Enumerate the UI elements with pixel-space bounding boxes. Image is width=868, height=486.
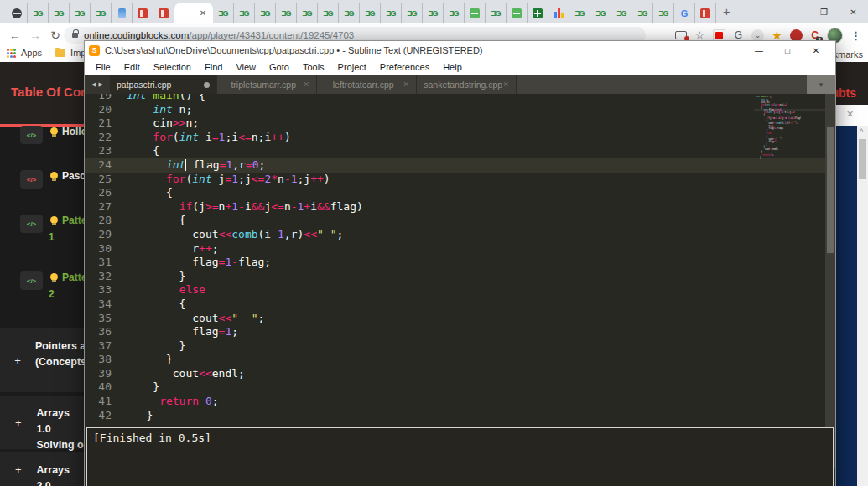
expand-plus-icon[interactable]: +: [0, 463, 36, 476]
code-line-35[interactable]: 35 cout<<" ";: [85, 312, 825, 326]
code-line-33[interactable]: 33 else: [85, 283, 825, 297]
menu-help[interactable]: Help: [436, 62, 469, 72]
reload-button[interactable]: ↻: [47, 27, 64, 44]
toc-lesson-item[interactable]: </>Hollo: [0, 126, 86, 144]
table-of-contents-title[interactable]: Table Of Con: [11, 85, 88, 99]
browser-tab[interactable]: [133, 3, 153, 23]
page-scrollbar[interactable]: ^: [857, 126, 868, 486]
browser-tab[interactable]: [7, 3, 28, 23]
browser-tab-active[interactable]: ✕: [174, 3, 213, 23]
code-line-26[interactable]: 26 {: [85, 186, 825, 200]
browser-tab[interactable]: [153, 3, 174, 23]
code-line-42[interactable]: 42 }: [85, 409, 825, 423]
menu-goto[interactable]: Goto: [262, 62, 296, 72]
browser-tab[interactable]: ƎG: [360, 3, 381, 23]
sublime-minimize-button[interactable]: —: [745, 41, 773, 59]
browser-tab[interactable]: ƎG: [318, 3, 339, 23]
sublime-close-button[interactable]: ✕: [802, 41, 830, 59]
sublime-titlebar[interactable]: S C:\Users\ashut\OneDrive\Documents\cpp\…: [85, 41, 835, 59]
browser-maximize-button[interactable]: ❐: [809, 0, 839, 23]
browser-tab[interactable]: ƎG: [402, 3, 423, 23]
expand-plus-icon[interactable]: +: [0, 354, 35, 367]
browser-tab[interactable]: [507, 3, 528, 23]
browser-tab[interactable]: [112, 3, 133, 23]
browser-minimize-button[interactable]: —: [780, 0, 809, 23]
minimap[interactable]: int main() { int n; cin>>n; for(int i=1;…: [754, 96, 825, 196]
browser-close-button[interactable]: ✕: [839, 0, 868, 23]
code-line-31[interactable]: 31 flag=1-flag;: [85, 256, 825, 270]
browser-tab[interactable]: ƎG: [91, 3, 112, 23]
menu-tools[interactable]: Tools: [296, 62, 331, 72]
toc-lesson-item[interactable]: </>Patte1: [0, 215, 86, 233]
browser-tab[interactable]: ƎG: [444, 3, 465, 23]
scroll-up-icon[interactable]: ^: [860, 127, 863, 136]
menu-view[interactable]: View: [229, 62, 262, 72]
sublime-editor[interactable]: 19int main() {20 int n;21 cin>>n;22 for(…: [85, 94, 835, 468]
course-section[interactable]: +Arrays 2.0: [0, 452, 86, 486]
code-line-41[interactable]: 41 return 0;: [85, 395, 825, 409]
menu-selection[interactable]: Selection: [147, 62, 198, 72]
browser-tab[interactable]: ƎG: [611, 3, 632, 23]
apps-grid-icon[interactable]: [7, 49, 16, 58]
editor-tab-close-icon[interactable]: ✕: [502, 80, 509, 89]
browser-tab[interactable]: ƎG: [49, 3, 70, 23]
menu-project[interactable]: Project: [331, 62, 373, 72]
code-line-29[interactable]: 29 cout<<comb(i-1,r)<<" ";: [85, 228, 825, 242]
code-line-38[interactable]: 38 }: [85, 353, 825, 367]
code-line-27[interactable]: 27 if(j>=n+1-i&&j<=n-1+i&&flag): [85, 200, 825, 215]
tab-list-dropdown-icon[interactable]: ▼: [807, 75, 835, 94]
code-line-36[interactable]: 36 flag=1;: [85, 325, 825, 339]
browser-tab[interactable]: [528, 3, 548, 23]
menu-find[interactable]: Find: [198, 62, 229, 72]
code-line-30[interactable]: 30 r++;: [85, 242, 825, 256]
browser-tab[interactable]: ƎG: [653, 3, 674, 23]
other-bookmarks-label[interactable]: kmarks: [834, 49, 863, 59]
bookmarks-folder-icon[interactable]: [55, 49, 65, 57]
course-section[interactable]: +Arrays 1.0Solving o: [0, 396, 86, 449]
sublime-maximize-button[interactable]: □: [773, 41, 802, 59]
menu-edit[interactable]: Edit: [117, 62, 147, 72]
browser-tab[interactable]: ƎG: [632, 3, 653, 23]
menu-file[interactable]: File: [89, 62, 117, 72]
editor-tab[interactable]: leftrotatearr.cpp✕: [317, 75, 417, 94]
tab-next-icon[interactable]: ▶: [99, 81, 103, 88]
browser-tab[interactable]: [548, 3, 569, 23]
browser-tab[interactable]: ƎG: [590, 3, 611, 23]
code-line-22[interactable]: 22 for(int i=1;i<=n;i++): [85, 131, 825, 145]
code-line-34[interactable]: 34 {: [85, 297, 825, 312]
browser-tab[interactable]: ƎG: [381, 3, 402, 23]
code-line-23[interactable]: 23 {: [85, 144, 825, 158]
expand-plus-icon[interactable]: +: [0, 416, 36, 429]
toc-lesson-item[interactable]: </>Pasca: [0, 170, 86, 189]
toc-lesson-item[interactable]: </>Patte2: [0, 271, 86, 290]
browser-tab[interactable]: ƎG: [255, 3, 276, 23]
notification-close-icon[interactable]: ✕: [846, 109, 854, 120]
tab-prev-icon[interactable]: ◀: [91, 81, 96, 88]
editor-tab[interactable]: patpasctri.cpp: [110, 75, 217, 94]
menu-preferences[interactable]: Preferences: [373, 62, 436, 72]
code-area[interactable]: 19int main() {20 int n;21 cin>>n;22 for(…: [85, 94, 825, 422]
back-button[interactable]: ←: [7, 27, 23, 44]
browser-menu-icon[interactable]: ⋮: [849, 28, 863, 43]
editor-tab-close-icon[interactable]: ✕: [403, 80, 409, 89]
code-line-24[interactable]: 24 int flag=1,r=0;: [85, 158, 825, 173]
browser-tab[interactable]: ƎG: [339, 3, 360, 23]
browser-tab[interactable]: ƎG: [297, 3, 318, 23]
editor-scrollbar[interactable]: [825, 94, 835, 468]
code-line-25[interactable]: 25 for(int j=1;j<=2*n-1;j++): [85, 173, 825, 187]
browser-tab[interactable]: ƎG: [276, 3, 297, 23]
browser-tab[interactable]: ƎG: [234, 3, 255, 23]
code-line-19[interactable]: 19int main() {: [85, 94, 825, 103]
browser-tab[interactable]: [465, 3, 486, 23]
course-section[interactable]: +Pointers a(Concepts: [0, 328, 86, 392]
code-line-40[interactable]: 40 }: [85, 380, 825, 395]
code-line-21[interactable]: 21 cin>>n;: [85, 116, 825, 131]
editor-tab[interactable]: sanketandstring.cpp✕: [417, 75, 517, 94]
code-line-39[interactable]: 39 cout<<endl;: [85, 367, 825, 381]
tab-scroll-buttons[interactable]: ◀ ▶: [85, 75, 110, 94]
editor-tab[interactable]: tripletsumarr.cpp✕: [217, 75, 317, 94]
new-tab-button[interactable]: +: [723, 4, 730, 20]
code-line-32[interactable]: 32 }: [85, 270, 825, 284]
code-line-37[interactable]: 37 }: [85, 339, 825, 354]
tab-close-icon[interactable]: ✕: [200, 9, 206, 18]
